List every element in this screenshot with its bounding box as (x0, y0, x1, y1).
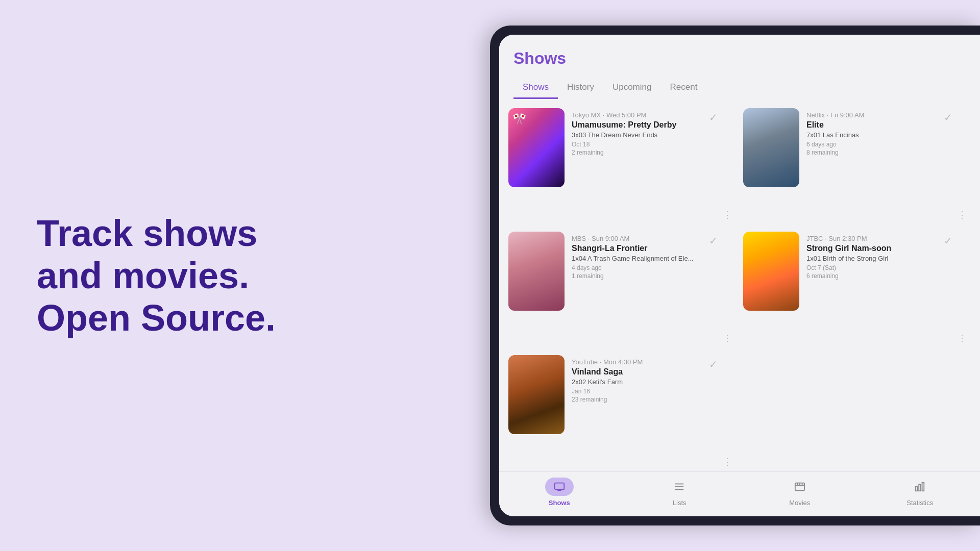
poster-shangri-la (508, 232, 565, 311)
movies-icon (794, 481, 805, 492)
nav-item-lists[interactable]: Lists (654, 478, 705, 507)
show-remaining: 1 remaining (572, 272, 731, 280)
bottom-navigation: Shows Lists (499, 471, 980, 516)
tagline-line3: Open Source. (37, 297, 276, 338)
show-remaining: 6 remaining (806, 272, 966, 280)
tagline: Track shows and movies. Open Source. (37, 212, 276, 339)
show-date: 4 days ago (572, 264, 731, 271)
more-options-icon[interactable]: ⋮ (723, 333, 732, 344)
tab-history[interactable]: History (558, 77, 603, 99)
movies-nav-label: Movies (789, 499, 810, 507)
check-icon[interactable]: ✓ (709, 235, 718, 247)
show-card-elite: Netflix · Fri 9:00 AM Elite 7x01 Las Enc… (743, 108, 971, 224)
nav-item-movies[interactable]: Movies (774, 478, 825, 507)
shows-nav-label: Shows (549, 499, 570, 507)
content-area: Tokyo MX · Wed 5:00 PM Umamusume: Pretty… (499, 99, 980, 471)
show-card-shangri-la: MBS · Sun 9:00 AM Shangri-La Frontier 1x… (508, 232, 736, 348)
show-date: Jan 16 (572, 388, 731, 395)
app-title: Shows (513, 49, 966, 68)
lists-nav-label: Lists (673, 499, 687, 507)
show-episode: 1x01 Birth of the Strong Girl (806, 255, 966, 262)
show-episode: 7x01 Las Encinas (806, 131, 966, 139)
lists-nav-icon-bg (665, 478, 694, 496)
svg-rect-12 (919, 484, 921, 491)
show-card-umamusume: Tokyo MX · Wed 5:00 PM Umamusume: Pretty… (508, 108, 736, 224)
tab-shows[interactable]: Shows (513, 77, 558, 99)
show-date: Oct 18 (572, 141, 731, 148)
show-card-vinland: YouTube · Mon 4:30 PM Vinland Saga 2x02 … (508, 355, 736, 471)
show-name: Strong Girl Nam-soon (806, 244, 966, 253)
show-remaining: 23 remaining (572, 396, 731, 403)
shows-grid: Tokyo MX · Wed 5:00 PM Umamusume: Pretty… (499, 108, 980, 471)
svg-rect-11 (916, 487, 918, 491)
show-remaining: 2 remaining (572, 149, 731, 156)
more-options-icon[interactable]: ⋮ (958, 209, 967, 220)
tabs-bar: Shows History Upcoming Recent (499, 68, 980, 99)
app-header: Shows (499, 35, 980, 68)
lists-icon (674, 481, 685, 492)
poster-vinland (508, 355, 565, 434)
show-name: Elite (806, 120, 966, 130)
check-icon[interactable]: ✓ (709, 111, 718, 123)
device-frame: Shows Shows History Upcoming Recent Toky… (490, 26, 980, 525)
statistics-icon (914, 481, 925, 492)
show-remaining: 8 remaining (806, 149, 966, 156)
more-options-icon[interactable]: ⋮ (723, 209, 732, 220)
poster-umamusume (508, 108, 565, 187)
show-date: 6 days ago (806, 141, 966, 148)
check-icon[interactable]: ✓ (709, 358, 718, 370)
movies-nav-icon-bg (786, 478, 814, 496)
show-episode: 2x02 Ketil's Farm (572, 378, 731, 386)
show-network: JTBC · Sun 2:30 PM (806, 235, 966, 242)
show-episode: 3x03 The Dream Never Ends (572, 131, 731, 139)
show-network: YouTube · Mon 4:30 PM (572, 358, 731, 366)
show-network: MBS · Sun 9:00 AM (572, 235, 731, 242)
app-screen: Shows Shows History Upcoming Recent Toky… (499, 35, 980, 516)
tagline-line1: Track shows (37, 213, 257, 254)
check-icon[interactable]: ✓ (944, 235, 952, 247)
show-date: Oct 7 (Sat) (806, 264, 966, 271)
more-options-icon[interactable]: ⋮ (958, 333, 967, 344)
show-name: Vinland Saga (572, 367, 731, 377)
show-name: Umamusume: Pretty Derby (572, 120, 731, 130)
more-options-icon[interactable]: ⋮ (723, 456, 732, 467)
show-card-strong-girl: JTBC · Sun 2:30 PM Strong Girl Nam-soon … (743, 232, 971, 348)
tab-recent[interactable]: Recent (660, 77, 706, 99)
show-episode: 1x04 A Trash Game Realignment of Ele... (572, 255, 731, 262)
svg-rect-13 (922, 483, 924, 491)
tab-upcoming[interactable]: Upcoming (603, 77, 661, 99)
show-network: Tokyo MX · Wed 5:00 PM (572, 111, 731, 119)
statistics-nav-label: Statistics (906, 499, 933, 507)
show-network: Netflix · Fri 9:00 AM (806, 111, 966, 119)
tv-icon (554, 481, 565, 492)
shows-nav-icon-bg (545, 478, 574, 496)
nav-item-shows[interactable]: Shows (534, 478, 585, 507)
show-name: Shangri-La Frontier (572, 244, 731, 253)
check-icon[interactable]: ✓ (944, 111, 952, 123)
nav-item-statistics[interactable]: Statistics (894, 478, 945, 507)
tagline-line2: and movies. (37, 255, 249, 296)
svg-rect-0 (555, 483, 564, 490)
statistics-nav-icon-bg (905, 478, 934, 496)
poster-strong-girl (743, 232, 799, 311)
poster-elite (743, 108, 799, 187)
